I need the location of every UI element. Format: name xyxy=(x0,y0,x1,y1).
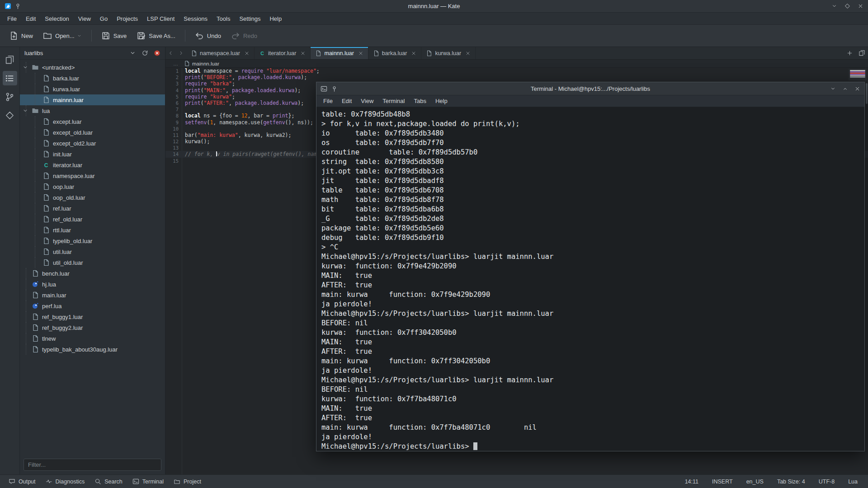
menu-sessions[interactable]: Sessions xyxy=(179,14,212,23)
terminal-menu-help[interactable]: Help xyxy=(431,96,452,106)
project-close-button[interactable] xyxy=(154,50,160,56)
statusbar-insert-mode[interactable]: INSERT xyxy=(705,475,740,488)
git-branch-tool-button[interactable] xyxy=(3,89,17,104)
maximize-button[interactable] xyxy=(844,3,850,9)
tab-mainnn-luar[interactable]: mainnn.luar xyxy=(311,47,368,59)
tree-item[interactable]: ref_buggy1.luar xyxy=(20,311,165,322)
menu-lsp-client[interactable]: LSP Client xyxy=(142,14,179,23)
tree-item[interactable]: <untracked> xyxy=(20,62,165,73)
tree-item[interactable]: lua xyxy=(20,105,165,116)
minimap[interactable] xyxy=(849,69,867,80)
tree-item[interactable]: util_old.luar xyxy=(20,257,165,268)
terminal-menu-file[interactable]: File xyxy=(319,96,337,106)
tree-item[interactable]: typelib_bak_about30aug.luar xyxy=(20,344,165,355)
tree-item[interactable]: oop.luar xyxy=(20,181,165,192)
tree-item[interactable]: except_old2.luar xyxy=(20,138,165,149)
save-button[interactable]: Save xyxy=(97,28,132,43)
menu-edit[interactable]: Edit xyxy=(21,14,40,23)
document-list-button[interactable] xyxy=(859,50,865,56)
tree-item[interactable]: namespace.luar xyxy=(20,170,165,181)
tree-item[interactable]: ref_old.luar xyxy=(20,214,165,225)
terminal-minimize-button[interactable] xyxy=(830,86,836,92)
project-filter-input[interactable] xyxy=(24,459,161,471)
tree-item[interactable]: kurwa.luar xyxy=(20,84,165,94)
kate-window: mainnn.luar — Kate FileEditSelectionView… xyxy=(0,0,868,488)
terminal-restore-button[interactable] xyxy=(842,86,848,92)
new-document-button[interactable] xyxy=(846,50,853,56)
terminal-titlebar[interactable]: Terminal - Michael@hpv15:.../Projects/lu… xyxy=(316,82,864,95)
chevron-down-icon[interactable] xyxy=(22,64,28,70)
terminal-menu-view[interactable]: View xyxy=(356,96,378,106)
terminal-line: kurwa: function: 0x7ff3042050b0 xyxy=(321,328,859,338)
statusbar-search-button[interactable]: Search xyxy=(90,475,127,488)
tab-barka-luar[interactable]: barka.luar xyxy=(368,47,422,59)
open-button[interactable]: Open... xyxy=(38,28,86,43)
terminal-close-button[interactable] xyxy=(854,86,860,92)
terminal-output[interactable]: table: 0x7f89d5db48b8> for k,v in next,p… xyxy=(316,107,864,451)
undo-button[interactable]: Undo xyxy=(190,28,226,43)
close-button[interactable] xyxy=(858,3,863,9)
code-line[interactable]: 1local namespace = require "luar/namespa… xyxy=(165,68,868,74)
menu-selection[interactable]: Selection xyxy=(40,14,73,23)
statusbar-dictionary[interactable]: en_US xyxy=(740,475,770,488)
statusbar-project-button[interactable]: Project xyxy=(169,475,206,488)
menu-settings[interactable]: Settings xyxy=(235,14,265,23)
tab-close-button[interactable] xyxy=(244,51,250,56)
project-refresh-button[interactable] xyxy=(142,50,148,56)
menu-view[interactable]: View xyxy=(74,14,95,23)
menu-projects[interactable]: Projects xyxy=(112,14,142,23)
terminal-menu-terminal[interactable]: Terminal xyxy=(378,96,409,106)
git-diamond-tool-button[interactable] xyxy=(3,108,17,122)
tree-item[interactable]: typelib_old.luar xyxy=(20,235,165,246)
pin-icon[interactable] xyxy=(14,3,21,9)
documents-tool-button[interactable] xyxy=(3,52,17,67)
tree-item[interactable]: bench.luar xyxy=(20,268,165,279)
tree-item[interactable]: except.luar xyxy=(20,116,165,127)
statusbar-encoding[interactable]: UTF-8 xyxy=(812,475,841,488)
tree-item[interactable]: util.luar xyxy=(20,246,165,257)
tree-item[interactable]: oop_old.luar xyxy=(20,192,165,203)
tree-item[interactable]: Citerator.luar xyxy=(20,160,165,170)
tree-item[interactable]: ref_buggy2.luar xyxy=(20,322,165,333)
tree-item[interactable]: perf.lua xyxy=(20,300,165,311)
tree-item[interactable]: rttl.luar xyxy=(20,225,165,235)
tab-close-button[interactable] xyxy=(300,51,306,56)
tab-iterator-luar[interactable]: Citerator.luar xyxy=(255,47,311,59)
chevron-down-icon[interactable] xyxy=(22,108,28,114)
statusbar-output-button[interactable]: Output xyxy=(4,475,41,488)
new-button[interactable]: New xyxy=(5,28,38,43)
project-dropdown-button[interactable] xyxy=(129,50,136,56)
menu-file[interactable]: File xyxy=(3,14,21,23)
tree-item[interactable]: ref.luar xyxy=(20,203,165,214)
tree-item[interactable]: tlnew xyxy=(20,333,165,344)
tree-item[interactable]: init.luar xyxy=(20,149,165,160)
tab-history-back-button[interactable] xyxy=(168,50,174,56)
code-line[interactable]: 2print("BEFORE:", package.loaded.kurwa); xyxy=(165,74,868,80)
tab-namespace-luar[interactable]: namespace.luar xyxy=(186,47,255,59)
tree-item[interactable]: mainnn.luar xyxy=(20,94,165,105)
statusbar-diagnostics-button[interactable]: Diagnostics xyxy=(41,475,90,488)
statusbar-terminal-button[interactable]: Terminal xyxy=(127,475,169,488)
statusbar-cursor-position[interactable]: 14:11 xyxy=(678,475,705,488)
tab-history-forward-button[interactable] xyxy=(178,50,184,56)
tab-kurwa-luar[interactable]: kurwa.luar xyxy=(421,47,476,59)
statusbar-tab-size[interactable]: Tab Size: 4 xyxy=(770,475,812,488)
menu-tools[interactable]: Tools xyxy=(212,14,235,23)
tab-close-button[interactable] xyxy=(358,51,363,56)
editor-scrollbar[interactable] xyxy=(866,83,868,104)
minimize-button[interactable] xyxy=(831,3,837,9)
save-as-button[interactable]: Save As... xyxy=(132,28,180,43)
menu-help[interactable]: Help xyxy=(265,14,286,23)
tree-item[interactable]: hj.lua xyxy=(20,279,165,290)
tree-item[interactable]: barka.luar xyxy=(20,73,165,84)
tab-close-button[interactable] xyxy=(411,51,416,56)
statusbar-syntax-mode[interactable]: Lua xyxy=(841,475,864,488)
menu-go[interactable]: Go xyxy=(95,14,112,23)
terminal-pin-button[interactable] xyxy=(331,85,338,92)
terminal-menu-edit[interactable]: Edit xyxy=(337,96,356,106)
tree-item[interactable]: main.luar xyxy=(20,290,165,300)
tab-close-button[interactable] xyxy=(465,51,471,56)
symbols-tool-button[interactable] xyxy=(3,71,17,85)
terminal-menu-tabs[interactable]: Tabs xyxy=(409,96,430,106)
tree-item[interactable]: except_old.luar xyxy=(20,127,165,138)
